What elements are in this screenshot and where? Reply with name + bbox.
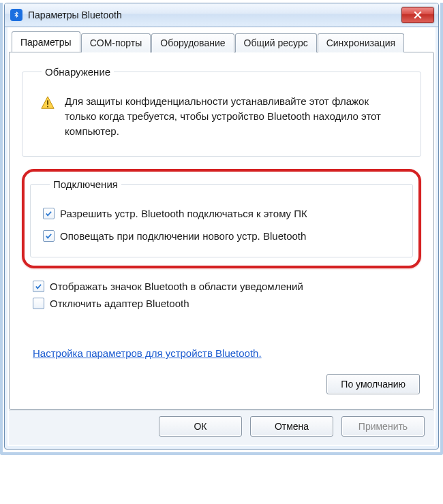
- checkbox-disable-adapter[interactable]: [33, 298, 44, 309]
- discovery-warning-text: Для защиты конфиденциальности устанавлив…: [65, 94, 400, 138]
- group-discovery-legend: Обнаружение: [42, 66, 114, 78]
- group-connections: Подключения Разрешить устр. Bluetooth по…: [30, 178, 413, 257]
- ok-button[interactable]: ОК: [159, 416, 242, 437]
- apply-button[interactable]: Применить: [341, 416, 425, 437]
- tab-params[interactable]: Параметры: [12, 31, 80, 52]
- tab-share[interactable]: Общий ресурс: [235, 33, 317, 52]
- svg-rect-0: [47, 100, 48, 104]
- tab-com[interactable]: COM-порты: [81, 33, 151, 52]
- tab-content: Обнаружение Для защиты конфиденциальност…: [9, 52, 434, 410]
- tab-sync[interactable]: Синхронизация: [318, 33, 404, 52]
- checkbox-notify-connections-label: Оповещать при подключении нового устр. B…: [60, 230, 306, 242]
- bluetooth-icon: [10, 9, 22, 21]
- dialog-footer: ОК Отмена Применить: [9, 410, 434, 445]
- checkbox-tray-icon-label: Отображать значок Bluetooth в области ув…: [50, 281, 303, 292]
- titlebar: Параметры Bluetooth: [5, 3, 438, 27]
- checkbox-allow-connections-label: Разрешить устр. Bluetooth подключаться к…: [60, 208, 307, 219]
- device-settings-link[interactable]: Настройка параметров для устройств Bluet…: [33, 347, 262, 359]
- checkbox-allow-connections[interactable]: [43, 208, 55, 219]
- checkbox-disable-adapter-label: Отключить адаптер Bluetooth: [50, 298, 189, 309]
- checkbox-tray-icon[interactable]: [33, 281, 44, 292]
- checkbox-notify-connections[interactable]: [43, 230, 55, 242]
- group-connections-legend: Подключения: [50, 178, 121, 190]
- highlighted-region: Подключения Разрешить устр. Bluetooth по…: [22, 169, 421, 268]
- group-discovery: Обнаружение Для защиты конфиденциальност…: [22, 66, 421, 157]
- svg-rect-1: [47, 106, 48, 108]
- defaults-button[interactable]: По умолчанию: [326, 374, 420, 394]
- window-title: Параметры Bluetooth: [28, 10, 122, 20]
- tab-strip: Параметры COM-порты Оборудование Общий р…: [9, 31, 434, 52]
- warning-icon: [40, 95, 55, 110]
- tab-hardware[interactable]: Оборудование: [151, 33, 234, 52]
- close-button[interactable]: [401, 7, 434, 23]
- cancel-button[interactable]: Отмена: [250, 416, 333, 437]
